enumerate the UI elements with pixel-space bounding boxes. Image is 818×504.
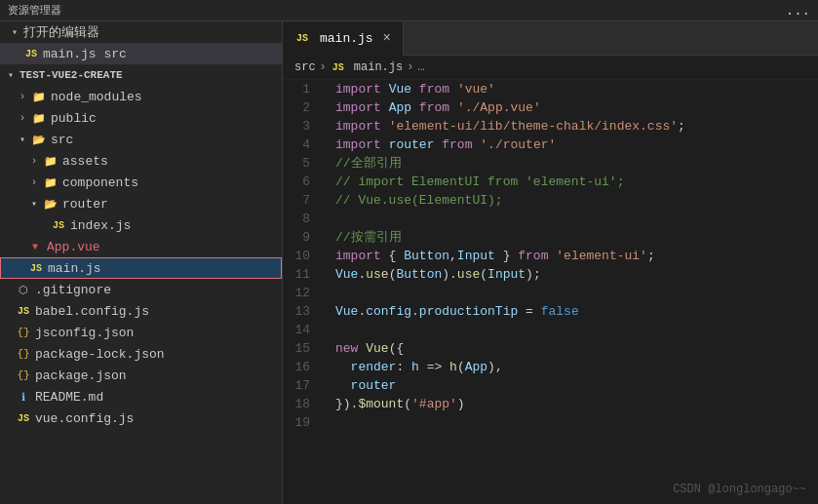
vue-config-label: vue.config.js <box>35 411 134 426</box>
project-name: TEST-VUE2-CREATE <box>19 69 123 81</box>
folder-icon: 📁 <box>31 89 47 104</box>
babel-label: babel.config.js <box>35 304 149 319</box>
sidebar-item-node-modules[interactable]: › 📁 node_modules <box>0 86 282 107</box>
code-line-6: // import ElementUI from 'element-ui'; <box>335 173 818 191</box>
sidebar-item-public[interactable]: › 📁 public <box>0 107 282 129</box>
index-js-label: index.js <box>70 218 131 233</box>
sidebar: ▾ 打开的编辑器 JS main.js src ▾ TEST-VUE2-CREA… <box>0 21 283 504</box>
ln-6: 6 <box>283 173 320 191</box>
code-line-4: import router from './router' <box>335 136 818 154</box>
sidebar-item-components[interactable]: › 📁 components <box>0 172 282 193</box>
breadcrumb: src › JS main.js › … <box>283 56 818 80</box>
folder-icon: 📁 <box>31 110 47 126</box>
folder-icon: 📁 <box>43 174 58 190</box>
ln-4: 4 <box>283 136 320 154</box>
chevron-right-icon: › <box>16 111 29 125</box>
keyword-import: import <box>335 80 381 98</box>
chevron-down-icon: ▾ <box>8 25 21 39</box>
chevron-right-icon: › <box>27 175 41 189</box>
sidebar-item-src[interactable]: ▾ 📂 src <box>0 129 282 150</box>
code-editor[interactable]: 1 2 3 4 5 6 7 8 9 10 11 12 13 14 15 16 1… <box>283 80 818 504</box>
js-file-icon: JS <box>51 217 66 233</box>
ln-12: 12 <box>283 284 320 302</box>
editor-area: JS main.js × src › JS main.js › … 1 2 3 … <box>283 21 818 504</box>
top-bar-title: 资源管理器 <box>8 3 61 18</box>
folder-open-icon: 📂 <box>43 196 58 212</box>
git-icon: ⬡ <box>16 282 31 297</box>
code-line-17: router <box>335 376 818 395</box>
ln-16: 16 <box>283 358 320 376</box>
line-numbers: 1 2 3 4 5 6 7 8 9 10 11 12 13 14 15 16 1… <box>283 80 331 504</box>
project-root[interactable]: ▾ TEST-VUE2-CREATE <box>0 64 282 86</box>
ln-2: 2 <box>283 98 320 117</box>
ln-13: 13 <box>283 302 320 321</box>
js-file-icon: JS <box>16 303 31 319</box>
open-file-item[interactable]: JS main.js src <box>0 43 282 64</box>
sidebar-item-vue-config[interactable]: JS vue.config.js <box>0 407 282 429</box>
code-line-9: //按需引用 <box>335 228 818 247</box>
readme-label: README.md <box>35 390 103 405</box>
chevron-right-icon: › <box>27 154 41 168</box>
sidebar-item-router[interactable]: ▾ 📂 router <box>0 193 282 214</box>
str-vue: 'vue' <box>457 80 495 98</box>
sidebar-item-jsconfig[interactable]: {} jsconfig.json <box>0 322 282 343</box>
gitignore-label: .gitignore <box>35 283 111 297</box>
sidebar-item-app-vue[interactable]: ▼ App.vue <box>0 236 282 257</box>
public-label: public <box>51 111 97 126</box>
breadcrumb-file: main.js <box>354 60 403 74</box>
code-line-3: import 'element-ui/lib/theme-chalk/index… <box>335 117 818 136</box>
folder-icon: 📁 <box>43 153 58 169</box>
ln-19: 19 <box>283 413 320 432</box>
editor-tab-main-js[interactable]: JS main.js × <box>283 21 404 56</box>
code-line-8 <box>335 210 818 228</box>
tab-close-button[interactable]: × <box>383 30 391 46</box>
node-modules-label: node_modules <box>51 90 142 104</box>
code-line-1: import Vue from 'vue' <box>335 80 818 98</box>
sidebar-item-package[interactable]: {} package.json <box>0 365 282 386</box>
package-lock-label: package-lock.json <box>35 347 165 362</box>
info-icon: ℹ <box>16 389 31 405</box>
js-file-icon: JS <box>16 410 31 426</box>
code-line-19 <box>335 413 818 432</box>
package-label: package.json <box>35 368 127 383</box>
main-js-label: main.js <box>48 261 101 276</box>
json-icon: {} <box>16 346 31 362</box>
chevron-down-icon: ▾ <box>4 68 18 82</box>
ln-1: 1 <box>283 80 320 98</box>
open-file-label: main.js src <box>43 47 127 61</box>
sidebar-item-gitignore[interactable]: ⬡ .gitignore <box>0 279 282 300</box>
code-content[interactable]: import Vue from 'vue' import App from <box>331 80 818 504</box>
sidebar-item-readme[interactable]: ℹ README.md <box>0 386 282 407</box>
top-bar-menu[interactable]: ... <box>786 3 810 19</box>
code-line-2: import App from './App.vue' <box>335 98 818 117</box>
code-line-14 <box>335 321 818 339</box>
sidebar-item-index-js[interactable]: JS index.js <box>0 214 282 236</box>
tab-label: main.js <box>320 31 373 46</box>
main-layout: ▾ 打开的编辑器 JS main.js src ▾ TEST-VUE2-CREA… <box>0 21 818 504</box>
components-label: components <box>62 175 138 190</box>
sidebar-item-babel[interactable]: JS babel.config.js <box>0 300 282 322</box>
var-vue: Vue <box>389 80 411 98</box>
js-icon: JS <box>23 46 39 61</box>
code-line-12 <box>335 284 818 302</box>
breadcrumb-dots: … <box>417 60 424 74</box>
json-icon: {} <box>16 325 31 340</box>
code-line-7: // Vue.use(ElementUI); <box>335 191 818 210</box>
code-line-11: Vue . use ( Button ). use ( Input ); <box>335 265 818 284</box>
code-line-10: import { Button , Input } from 'element-… <box>335 247 818 265</box>
sidebar-item-main-js[interactable]: JS main.js <box>0 257 282 279</box>
sidebar-item-package-lock[interactable]: {} package-lock.json <box>0 343 282 365</box>
watermark: CSDN @longlongago~~ <box>673 483 806 496</box>
sidebar-item-assets[interactable]: › 📁 assets <box>0 150 282 172</box>
code-line-16: render : h => h ( App ), <box>335 358 818 376</box>
ln-15: 15 <box>283 339 320 358</box>
tab-bar: JS main.js × <box>283 21 818 56</box>
breadcrumb-src: src <box>294 60 316 74</box>
open-editors-header[interactable]: ▾ 打开的编辑器 <box>0 21 282 43</box>
ln-8: 8 <box>283 210 320 228</box>
assets-label: assets <box>62 154 108 169</box>
breadcrumb-sep2: › <box>407 60 413 74</box>
ln-3: 3 <box>283 117 320 136</box>
ln-14: 14 <box>283 321 320 339</box>
code-line-5: //全部引用 <box>335 154 818 173</box>
